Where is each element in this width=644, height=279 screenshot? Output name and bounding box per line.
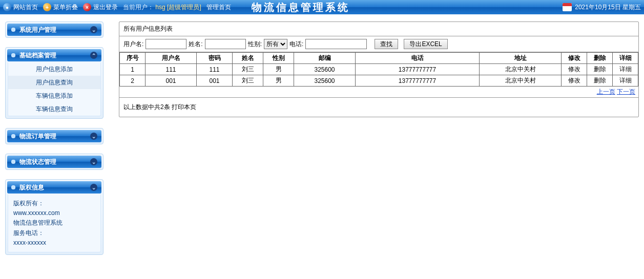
chevron-down-icon: ⌄ [90, 184, 97, 191]
dot-icon [11, 53, 15, 57]
cell-addr: 北京中关村 [480, 75, 562, 87]
table-header-row: 序号用户名密码姓名性别邮编电话地址修改删除详细 [120, 53, 638, 64]
cell-addr: 北京中关村 [480, 64, 562, 75]
logout-label: 退出登录 [93, 3, 118, 12]
panel-title: 系统用户管理 [19, 26, 90, 34]
name-label: 姓名: [189, 40, 202, 49]
summary-text: 以上数据中共2条 [123, 103, 172, 111]
admin-home-link[interactable]: 管理首页 [206, 3, 231, 12]
logout-link[interactable]: × 退出登录 [83, 3, 118, 12]
collapse-label: 菜单折叠 [53, 3, 78, 12]
panel-header-order[interactable]: 物流订单管理 ⌄ [7, 130, 101, 142]
dot-icon [11, 28, 15, 32]
app-title: 物流信息管理系统 [252, 1, 350, 14]
summary-bar: 以上数据中共2条 打印本页 [119, 97, 638, 117]
panel-system-user: 系统用户管理 ⌄ [5, 22, 103, 38]
export-button[interactable]: 导出EXCEL [404, 39, 447, 49]
panel-order: 物流订单管理 ⌄ [5, 128, 103, 144]
cell-idx: 2 [120, 75, 146, 87]
panel-title: 物流订单管理 [19, 132, 90, 141]
close-icon: × [83, 3, 91, 11]
cell-zip: 325600 [294, 64, 356, 75]
sidebar-item-user-add[interactable]: 用户信息添加 [8, 62, 100, 76]
sidebar-item-vehicle-query[interactable]: 车辆信息查询 [8, 102, 100, 116]
panel-header-status[interactable]: 物流状态管理 ⌄ [7, 156, 101, 168]
home-link[interactable]: ● 网站首页 [3, 3, 38, 12]
cell-pwd: 111 [197, 64, 233, 75]
phone-label: 电话: [289, 40, 303, 49]
calendar-icon [563, 3, 572, 11]
filter-bar: 用户名: 姓名: 性别: 所有 电话: 查找 导出EXCEL [119, 36, 638, 52]
del-link[interactable]: 删除 [594, 77, 606, 84]
chevron-up-icon: ⌃ [90, 52, 97, 59]
panel-title: 版权信息 [19, 183, 90, 192]
date-display: 2021年10月15日 星期五 [563, 3, 641, 12]
chevron-down-icon: ⌄ [90, 158, 97, 165]
home-label: 网站首页 [13, 3, 38, 12]
user-table: 序号用户名密码姓名性别邮编电话地址修改删除详细 1111111刘三男325600… [119, 52, 638, 87]
cell-phone: 13777777777 [356, 64, 480, 75]
cell-zip: 325600 [294, 75, 356, 87]
globe-icon: ● [3, 3, 11, 11]
user-input[interactable] [146, 39, 186, 49]
cell-name: 刘三 [233, 64, 263, 75]
panel-copyright: 版权信息 ⌄ 版权所有： www.xxxxxx.com 物流信息管理系统 服务电… [5, 179, 103, 255]
edit-link[interactable]: 修改 [568, 66, 580, 73]
dot-icon [11, 160, 15, 164]
detail-link[interactable]: 详细 [619, 77, 632, 84]
chevron-down-icon: ⌄ [90, 26, 97, 33]
content-area: 所有用户信息列表 用户名: 姓名: 性别: 所有 电话: 查找 导出EXCEL [109, 14, 644, 271]
copyright-body: 版权所有： www.xxxxxx.com 物流信息管理系统 服务电话： xxxx… [8, 195, 101, 252]
user-list-card: 所有用户信息列表 用户名: 姓名: 性别: 所有 电话: 查找 导出EXCEL [119, 22, 639, 117]
admin-home-label: 管理首页 [206, 3, 231, 12]
table-row: 2001001刘三男32560013777777777北京中关村修改删除详细 [120, 75, 638, 87]
collapse-link[interactable]: + 菜单折叠 [43, 3, 78, 12]
cell-idx: 1 [120, 64, 146, 75]
panel-basic-archive: 基础档案管理 ⌃ 用户信息添加 用户信息查询 车辆信息添加 车辆信息查询 [5, 47, 103, 119]
cell-sex: 男 [263, 75, 294, 87]
topbar: ● 网站首页 + 菜单折叠 × 退出登录 当前用户： hsg [超级管理员] 管… [0, 0, 644, 14]
panel-status: 物流状态管理 ⌄ [5, 154, 103, 170]
search-button[interactable]: 查找 [375, 39, 398, 49]
cell-pwd: 001 [197, 75, 233, 87]
sidebar: 系统用户管理 ⌄ 基础档案管理 ⌃ 用户信息添加 用户信息查询 车辆信息添加 车… [0, 14, 109, 271]
sex-label: 性别: [248, 40, 262, 49]
prev-page-link[interactable]: 上一页 [597, 88, 615, 95]
sidebar-item-user-query[interactable]: 用户信息查询 [8, 76, 100, 89]
sidebar-item-vehicle-add[interactable]: 车辆信息添加 [8, 89, 100, 102]
del-link[interactable]: 删除 [594, 66, 606, 73]
dot-icon [11, 185, 15, 189]
sex-select[interactable]: 所有 [264, 39, 287, 49]
cell-user: 111 [146, 64, 197, 75]
cell-name: 刘三 [233, 75, 263, 87]
next-page-link[interactable]: 下一页 [617, 88, 635, 95]
phone-input[interactable] [305, 39, 367, 49]
chevron-down-icon: ⌄ [90, 133, 97, 140]
pager: 上一页 下一页 [119, 87, 638, 97]
panel-header-copyright[interactable]: 版权信息 ⌄ [7, 181, 101, 194]
panel-header-basic-archive[interactable]: 基础档案管理 ⌃ [7, 49, 101, 61]
detail-link[interactable]: 详细 [619, 66, 632, 73]
table-row: 1111111刘三男32560013777777777北京中关村修改删除详细 [120, 64, 638, 75]
card-title: 所有用户信息列表 [119, 22, 638, 36]
cell-phone: 13777777777 [356, 75, 480, 87]
current-user: 当前用户： hsg [超级管理员] [123, 3, 201, 12]
panel-title: 物流状态管理 [19, 158, 90, 166]
cell-sex: 男 [263, 64, 294, 75]
panel-title: 基础档案管理 [19, 51, 90, 60]
dot-icon [11, 134, 15, 138]
edit-link[interactable]: 修改 [568, 77, 580, 84]
panel-header-system-user[interactable]: 系统用户管理 ⌄ [7, 24, 101, 36]
plus-icon: + [43, 3, 51, 11]
print-link[interactable]: 打印本页 [172, 103, 196, 111]
user-label: 用户名: [123, 40, 143, 49]
cell-user: 001 [146, 75, 197, 87]
name-input[interactable] [205, 39, 246, 49]
